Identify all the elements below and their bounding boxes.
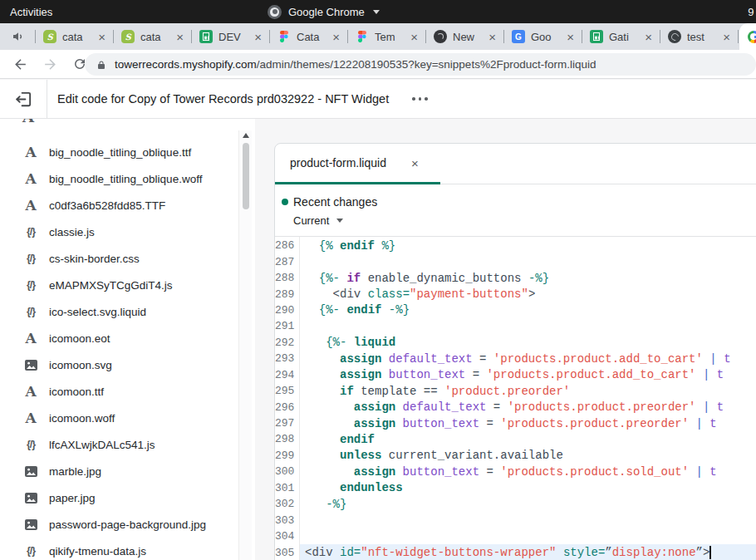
tab-close-icon[interactable]: × xyxy=(410,31,418,43)
url-domain: towerrecords.myshopify.com xyxy=(115,58,257,71)
tab-close-icon[interactable]: × xyxy=(645,31,652,43)
tab-close-icon[interactable]: × xyxy=(411,156,419,170)
chrome-logo-icon xyxy=(268,5,282,19)
file-name: big_noodle_titling_oblique.ttf xyxy=(49,146,191,159)
scrollbar-thumb[interactable] xyxy=(243,143,249,209)
code-file-icon: {/} xyxy=(22,279,39,291)
sidebar-scrollbar[interactable] xyxy=(238,130,252,560)
file-name: c0df3a6b528fdd85.TTF xyxy=(49,199,165,212)
code-line[interactable]: 291 xyxy=(275,318,756,334)
code-file-icon: {/} xyxy=(22,439,39,450)
browser-tab-active[interactable] xyxy=(739,23,756,50)
code-line[interactable]: 305<div id="nft-widget-buttons-wrapper" … xyxy=(275,544,756,560)
browser-tab-strip: Scata×Scata×DEV×Cata×Tem×New×GGoo×Gati×t… xyxy=(0,23,756,50)
code-line[interactable]: 303 xyxy=(275,512,756,528)
browser-tab[interactable]: Cata× xyxy=(270,23,347,50)
code-line[interactable]: 299 unless current_variant.available xyxy=(275,448,756,464)
file-item[interactable]: marble.jpg xyxy=(0,458,255,484)
file-item[interactable]: paper.jpg xyxy=(0,484,255,511)
code-line[interactable]: 298 endif xyxy=(275,431,756,447)
file-item[interactable]: Aicomoon.ttf xyxy=(0,378,255,405)
activities-button[interactable]: Activities xyxy=(10,6,52,18)
file-item[interactable]: Ac0df3a6b528fdd85.TTF xyxy=(0,192,255,219)
version-dropdown[interactable]: Current xyxy=(293,214,756,227)
app-menu[interactable]: Google Chrome xyxy=(268,5,380,19)
exit-code-editor-button[interactable] xyxy=(0,80,47,118)
speaker-icon[interactable] xyxy=(12,30,25,43)
code-line[interactable]: 286 {% endif %} xyxy=(275,238,756,253)
file-item[interactable]: Abig_noodle_titling_oblique.ttf xyxy=(0,139,255,165)
back-button[interactable] xyxy=(10,54,30,74)
address-bar[interactable]: towerrecords.myshopify.com/admin/themes/… xyxy=(85,53,756,76)
forward-button[interactable] xyxy=(40,54,60,74)
file-name: icomoon.woff xyxy=(49,412,115,425)
code-line[interactable]: 290 {%- endif -%} xyxy=(275,302,756,318)
editor-tab-bar: product-form.liquid × xyxy=(275,144,756,184)
line-number: 288 xyxy=(275,272,299,284)
code-line-content: {%- if enable_dynamic_buttons -%} xyxy=(299,270,756,286)
code-line[interactable]: 295 if template == 'product.preorder' xyxy=(275,383,756,399)
image-file-icon xyxy=(22,519,39,530)
code-line[interactable]: 296 assign default_text = 'products.prod… xyxy=(275,399,756,415)
tab-title: Gati xyxy=(609,31,639,43)
image-file-icon xyxy=(22,360,39,371)
browser-tab[interactable]: Tem× xyxy=(348,23,425,50)
file-item[interactable]: Abig_noodle_titling_oblique.woff xyxy=(0,165,255,192)
tab-title: New xyxy=(453,31,483,43)
code-line[interactable]: 297 assign button_text = 'products.produ… xyxy=(275,415,756,431)
url-text: towerrecords.myshopify.com/admin/themes/… xyxy=(115,58,596,71)
chevron-down-icon xyxy=(336,219,343,223)
sheets-favicon xyxy=(199,30,213,43)
tab-title: Cata xyxy=(297,31,326,43)
code-line[interactable]: 300 assign button_text = 'products.produ… xyxy=(275,464,756,479)
browser-tab[interactable]: Gati× xyxy=(582,23,660,50)
editor-file-tab[interactable]: product-form.liquid × xyxy=(275,144,440,184)
code-line-content xyxy=(299,528,756,544)
browser-tab[interactable]: Scata× xyxy=(114,23,191,50)
code-line-content: -%} xyxy=(299,496,756,512)
code-line[interactable]: 293 assign default_text = 'products.prod… xyxy=(275,351,756,366)
code-line-content: assign default_text = 'products.product.… xyxy=(299,351,756,366)
tab-close-icon[interactable]: × xyxy=(723,31,730,43)
tab-close-icon[interactable]: × xyxy=(488,31,496,43)
line-number: 299 xyxy=(275,449,299,462)
file-item[interactable]: {/}cs-skin-border.css xyxy=(0,245,255,272)
tab-close-icon[interactable]: × xyxy=(98,31,106,43)
browser-tab[interactable]: test× xyxy=(660,23,738,50)
tab-close-icon[interactable]: × xyxy=(332,31,340,43)
file-item[interactable]: Aicomoon.woff xyxy=(0,405,255,431)
code-line[interactable]: 292 {%- liquid xyxy=(275,335,756,351)
code-area[interactable]: 286 {% endif %}287288 {%- if enable_dyna… xyxy=(275,237,756,560)
scroll-up-icon[interactable] xyxy=(243,133,249,138)
code-line[interactable]: 287 xyxy=(275,253,756,269)
file-item[interactable]: Aicomoon.eot xyxy=(0,325,255,351)
code-line[interactable]: 302 -%} xyxy=(275,496,756,512)
file-item[interactable]: password-page-background.jpg xyxy=(0,511,255,538)
browser-tab[interactable]: New× xyxy=(426,23,503,50)
tab-close-icon[interactable]: × xyxy=(567,31,574,43)
code-file-icon: {/} xyxy=(22,545,39,557)
browser-tab[interactable]: GGoo× xyxy=(504,23,582,50)
more-options-icon[interactable] xyxy=(412,97,428,101)
file-item[interactable]: {/}classie.js xyxy=(0,219,255,245)
tab-close-icon[interactable]: × xyxy=(254,31,262,43)
lock-icon[interactable] xyxy=(96,59,106,71)
code-line[interactable]: 301 endunless xyxy=(275,480,756,496)
file-item[interactable]: {/}qikify-tmenu-data.js xyxy=(0,538,255,560)
file-item[interactable]: {/}lfcAXLwjkDALc541.js xyxy=(0,431,255,458)
file-item[interactable]: icomoon.svg xyxy=(0,351,255,378)
tab-close-icon[interactable]: × xyxy=(176,31,184,43)
line-number: 290 xyxy=(275,304,299,317)
code-line[interactable]: 288 {%- if enable_dynamic_buttons -%} xyxy=(275,270,756,286)
file-item[interactable]: {/}ico-select.svg.liquid xyxy=(0,298,255,325)
font-file-icon: A xyxy=(22,197,39,214)
file-name: icomoon.svg xyxy=(49,359,112,371)
browser-tab[interactable]: DEV× xyxy=(192,23,269,50)
code-line[interactable]: 304 xyxy=(275,528,756,544)
line-number: 295 xyxy=(275,385,299,397)
browser-tab[interactable]: Scata× xyxy=(36,23,113,50)
code-line[interactable]: 294 assign button_text = 'products.produ… xyxy=(275,367,756,383)
code-line[interactable]: 289 <div class="payment-buttons"> xyxy=(275,286,756,302)
figma-favicon xyxy=(356,30,369,43)
file-item[interactable]: {/}eMAPMXSyTCgGdiT4.js xyxy=(0,272,255,298)
